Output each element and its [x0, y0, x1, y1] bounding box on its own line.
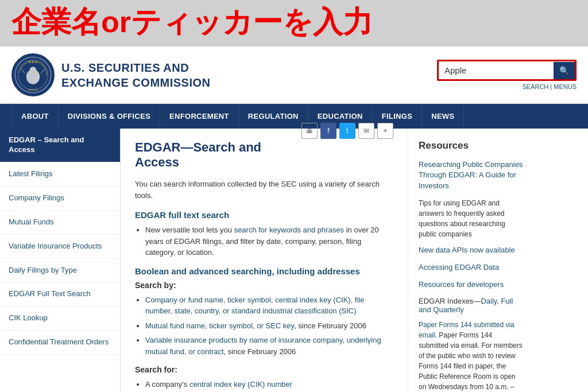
sidebar-item-daily-filings[interactable]: Daily Filings by Type: [0, 259, 120, 283]
sidebar-item-cik-lookup[interactable]: CIK Lookup: [0, 306, 120, 331]
main-intro: You can search information collected by …: [135, 178, 393, 201]
search-input[interactable]: [439, 61, 554, 79]
sidebar: EDGAR – Search and Access Latest Filings…: [0, 129, 121, 392]
nav-about[interactable]: ABOUT: [11, 104, 59, 129]
full-text-link[interactable]: EDGAR full text search: [135, 210, 229, 220]
header-logo: ★ ★ ★ U.S. SECURITIES AND EXCHANGE COMMI…: [11, 53, 437, 96]
top-banner: 企業名orティッカーを入力: [0, 0, 588, 46]
main-title: EDGAR—Search and Access: [135, 140, 301, 170]
content-wrapper: EDGAR – Search and Access Latest Filings…: [0, 129, 588, 392]
search-for-label: Search for:: [135, 365, 393, 374]
boolean-section-title: Boolean and advanced searching, includin…: [135, 266, 393, 276]
header: ★ ★ ★ U.S. SECURITIES AND EXCHANGE COMMI…: [0, 46, 588, 104]
sidebar-item-mutual-funds[interactable]: Mutual Funds: [0, 211, 120, 235]
resource-text-1: Tips for using EDGAR and answers to freq…: [419, 198, 524, 239]
search-links[interactable]: SEARCH | MENUS: [522, 83, 577, 90]
search-container: 🔍: [437, 60, 577, 81]
sidebar-item-variable-insurance[interactable]: Variable Insurance Products: [0, 235, 120, 259]
search-by-item-1: Company or fund name, ticker symbol, cen…: [145, 294, 393, 317]
variable-insurance-link[interactable]: Variable insurance products by name of i…: [145, 336, 381, 356]
nav-regulation[interactable]: REGULATION: [239, 104, 308, 129]
search-for-list: A company's central index key (CIK) numb…: [135, 379, 393, 390]
sidebar-item-latest-filings[interactable]: Latest Filings: [0, 162, 120, 187]
resource-link-1[interactable]: Researching Public Companies Through EDG…: [419, 160, 524, 191]
sidebar-item-edgar-search[interactable]: EDGAR – Search and Access: [0, 129, 120, 162]
sidebar-item-full-text-search[interactable]: EDGAR Full Text Search: [0, 282, 120, 306]
search-by-label: Search by:: [135, 281, 393, 290]
header-right: 🔍 SEARCH | MENUS: [437, 60, 577, 90]
facebook-icon[interactable]: f: [320, 123, 336, 139]
nav-news[interactable]: NEWS: [422, 104, 464, 129]
svg-text:MCMXXXIV: MCMXXXIV: [28, 89, 38, 91]
search-button[interactable]: 🔍: [554, 62, 575, 79]
full-text-section-title: EDGAR full text search: [135, 210, 393, 220]
company-fund-link[interactable]: Company or fund name, ticker symbol, cen…: [145, 296, 364, 316]
full-text-bullets: New versatile tool lets you search for k…: [135, 224, 393, 258]
paper-forms-text: Paper Forms 144 submitted via email. Pap…: [419, 320, 524, 392]
search-by-item-2: Mutual fund name, ticker symbol, or SEC …: [145, 320, 393, 332]
nav-enforcement[interactable]: ENFORCEMENT: [160, 104, 239, 129]
search-by-item-3: Variable insurance products by name of i…: [145, 335, 393, 357]
full-text-bullet-1: New versatile tool lets you search for k…: [145, 224, 393, 258]
resources-title: Resources: [419, 140, 524, 152]
sidebar-item-confidential[interactable]: Confidential Treatment Orders: [0, 331, 120, 355]
banner-text: 企業名orティッカーを入力: [11, 6, 577, 38]
mutual-fund-link[interactable]: Mutual fund name, ticker symbol, or SEC …: [145, 321, 294, 330]
sidebar-item-company-filings[interactable]: Company Filings: [0, 187, 120, 211]
nav-divisions[interactable]: DIVISIONS & OFFICES: [59, 104, 160, 129]
resource-link-3[interactable]: Accessing EDGAR Data: [419, 262, 524, 273]
twitter-icon[interactable]: t: [339, 123, 355, 139]
nav-bar: ABOUT DIVISIONS & OFFICES ENFORCEMENT RE…: [0, 104, 588, 129]
resource-link-2[interactable]: New data APIs now available: [419, 245, 524, 255]
search-for-item-1: A company's central index key (CIK) numb…: [145, 379, 393, 390]
keywords-phrases-link[interactable]: search for keywords and phrases: [234, 226, 344, 234]
agency-name: U.S. SECURITIES AND EXCHANGE COMMISSION: [61, 60, 211, 90]
print-icon[interactable]: 🖶: [301, 123, 318, 139]
resource-link-4[interactable]: Resources for developers: [419, 280, 524, 290]
cik-link[interactable]: central index key (CIK) number: [189, 380, 292, 389]
plus-icon[interactable]: +: [377, 123, 393, 139]
main-content: EDGAR—Search and Access 🖶 f t ✉ + You ca…: [121, 129, 408, 392]
share-icons: 🖶 f t ✉ +: [301, 123, 393, 139]
search-by-list: Company or fund name, ticker symbol, cen…: [135, 294, 393, 358]
email-icon[interactable]: ✉: [358, 123, 374, 139]
resources-panel: Resources Researching Public Companies T…: [408, 129, 534, 392]
edgar-indexes: EDGAR Indexes—Daily, Full and Quarterly: [419, 297, 524, 314]
boolean-link[interactable]: Boolean and advanced searching, includin…: [135, 266, 360, 276]
sec-seal: ★ ★ ★ U.S. SECURITIES AND EXCHANGE COMMI…: [11, 53, 55, 96]
edgar-daily-link[interactable]: Daily: [481, 297, 497, 305]
